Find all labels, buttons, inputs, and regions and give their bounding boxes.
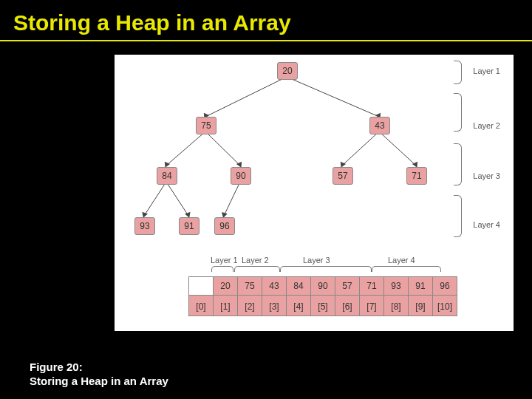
array-index: [7] [360,296,384,316]
layer-label: Layer 1 [473,66,500,75]
heap-node: 71 [406,167,427,185]
array-index: [9] [409,296,433,316]
slide-title: Storing a Heap in an Array [0,0,532,40]
array-index: [2] [238,296,262,316]
figure-caption: Figure 20: Storing a Heap in an Array [30,361,168,389]
array-table: 20 75 43 84 90 57 71 93 91 96 [0] [1] [2… [188,276,457,316]
heap-node: 93 [134,217,155,235]
array-cell [189,277,214,296]
heap-node: 91 [179,217,200,235]
layer-brace [454,93,462,132]
layer-label: Layer 4 [473,220,500,229]
group-label: Layer 1 [211,256,238,265]
group-label: Layer 4 [388,256,415,265]
layer-brace [454,143,462,185]
array-index: [8] [384,296,409,316]
svg-line-2 [166,132,205,166]
group-label: Layer 2 [242,256,269,265]
layer-brace [454,195,462,237]
heap-node: 57 [332,167,353,185]
array-index: [4] [287,296,311,316]
array-cell: 93 [384,277,409,296]
array-cell: 84 [287,277,311,296]
array-cell: 71 [360,277,384,296]
caption-line: Figure 20: [30,361,83,373]
array-index: [6] [335,296,360,316]
svg-line-5 [379,132,416,166]
slide: Storing a Heap in an Array 20 75 43 84 9… [0,0,532,399]
svg-line-8 [224,182,240,216]
group-brace [372,266,441,272]
array-cell: 90 [311,277,335,296]
heap-node: 20 [277,62,298,80]
array-group-labels: Layer 1 Layer 2 Layer 3 Layer 4 [188,256,440,276]
svg-line-7 [166,182,188,216]
heap-node: 84 [157,167,177,185]
array-index-row: [0] [1] [2] [3] [4] [5] [6] [7] [8] [9] … [189,296,457,316]
array-cell: 91 [409,277,433,296]
heap-node: 43 [369,117,390,134]
caption-line: Storing a Heap in an Array [30,375,168,387]
heap-node: 90 [231,167,251,185]
figure-panel: 20 75 43 84 90 57 71 93 91 96 Layer 1 La… [115,55,514,331]
layer-brace [454,61,462,84]
svg-line-3 [205,132,240,166]
svg-line-6 [144,182,166,216]
array-index: [5] [311,296,335,316]
array-cell: 57 [335,277,360,296]
title-rule [0,40,532,41]
group-brace [280,266,372,272]
svg-line-4 [342,132,379,166]
array-index: [1] [214,296,238,316]
array-cell: 43 [262,277,287,296]
array-index: [10] [433,296,457,316]
group-brace [211,266,233,272]
group-label: Layer 3 [303,256,330,265]
array-cell: 75 [238,277,262,296]
group-brace [234,266,280,272]
layer-label: Layer 3 [473,171,500,180]
layer-label: Layer 2 [473,121,500,130]
array-cell: 96 [433,277,457,296]
heap-node: 75 [196,117,216,134]
array-representation: 20 75 43 84 90 57 71 93 91 96 [0] [1] [2… [188,276,457,316]
svg-line-1 [287,77,379,117]
array-cell: 20 [214,277,238,296]
svg-line-0 [205,77,287,117]
heap-node: 96 [214,217,235,235]
array-values-row: 20 75 43 84 90 57 71 93 91 96 [189,277,457,296]
array-index: [3] [262,296,287,316]
array-index: [0] [189,296,214,316]
